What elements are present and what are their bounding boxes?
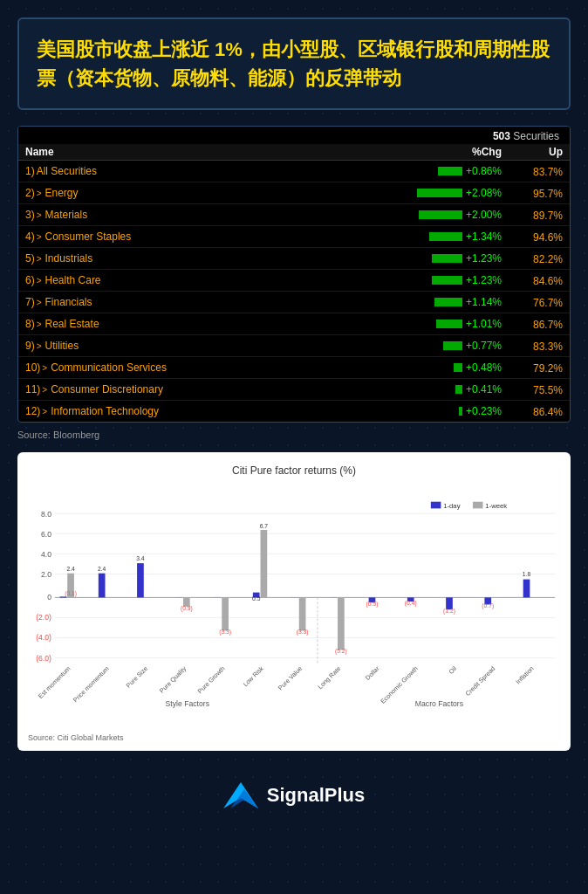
pct-value: +1.23% (466, 274, 502, 286)
up-value: 84.6% (502, 272, 563, 288)
svg-rect-54 (523, 580, 530, 598)
row-bar-pct: +1.14% (432, 296, 502, 308)
main-title: 美国股市收盘上涨近 1%，由小型股、区域银行股和周期性股票（资本货物、原物料、能… (37, 35, 551, 93)
svg-text:Long Rate: Long Rate (316, 664, 342, 691)
up-value: 86.7% (502, 316, 563, 332)
svg-text:6.7: 6.7 (260, 523, 269, 529)
securities-count: 503 (493, 130, 510, 142)
svg-text:(5.2): (5.2) (335, 648, 347, 655)
pct-value: +0.41% (466, 383, 502, 395)
title-box: 美国股市收盘上涨近 1%，由小型股、区域银行股和周期性股票（资本货物、原物料、能… (17, 17, 571, 110)
bar-indicator (417, 189, 462, 197)
row-name: 1) All Securities (25, 165, 432, 177)
svg-text:(2.0): (2.0) (36, 613, 51, 622)
securities-table: 503 Securities Name %Chg Up 1) All Secur… (17, 126, 571, 423)
row-bar-pct: +2.00% (432, 209, 502, 221)
svg-text:3.4: 3.4 (136, 555, 145, 561)
svg-rect-30 (222, 597, 229, 630)
row-bar-pct: +1.01% (432, 318, 502, 330)
table-row: 3) > Materials +2.00% 89.7% (18, 204, 570, 226)
up-value: 82.2% (502, 251, 563, 266)
svg-text:(4.0): (4.0) (36, 633, 51, 642)
svg-text:Est momentum: Est momentum (37, 664, 72, 700)
table-row: 6) > Health Care +1.23% 84.6% (18, 270, 570, 292)
pct-value: +1.14% (466, 296, 502, 308)
svg-text:8.0: 8.0 (41, 510, 51, 519)
svg-text:(3.3): (3.3) (219, 629, 231, 636)
table-row: 12) > Information Technology +0.23% 86.4… (18, 401, 570, 422)
row-name: 9) > Utilities (25, 340, 432, 352)
bar-indicator (432, 276, 462, 285)
pct-value: +0.23% (466, 405, 502, 417)
chart-section: Citi Pure factor returns (%) 8.0 6.0 4.0… (17, 452, 571, 751)
svg-text:Pure Value: Pure Value (277, 664, 304, 691)
svg-text:(0.7): (0.7) (482, 602, 494, 609)
up-value: 79.2% (502, 360, 563, 375)
chart-title: Citi Pure factor returns (%) (28, 464, 560, 477)
pct-value: +1.34% (466, 230, 502, 243)
svg-text:(1.2): (1.2) (443, 608, 455, 615)
table-header: 503 Securities (18, 127, 570, 144)
svg-text:0.5: 0.5 (252, 595, 261, 602)
pct-value: +1.23% (466, 252, 502, 265)
svg-rect-33 (261, 530, 268, 597)
up-value: 76.7% (502, 294, 563, 310)
svg-rect-73 (431, 502, 441, 509)
pct-value: +2.00% (466, 209, 502, 221)
row-name: 8) > Real Estate (25, 318, 432, 330)
bar-indicator (429, 232, 462, 241)
svg-text:(0.9): (0.9) (181, 605, 193, 612)
up-value: 94.6% (502, 229, 563, 244)
row-bar-pct: +1.23% (432, 252, 502, 265)
bar-indicator (454, 363, 462, 372)
bar-indicator (455, 385, 462, 394)
svg-text:2.4: 2.4 (98, 566, 106, 572)
svg-text:Style Factors: Style Factors (166, 699, 210, 708)
svg-text:(3.3): (3.3) (297, 629, 309, 636)
securities-label: Securities (510, 130, 559, 142)
row-name: 4) > Consumer Staples (25, 230, 432, 243)
up-value: 95.7% (502, 185, 563, 201)
up-value: 83.7% (502, 163, 563, 179)
up-value: 89.7% (502, 207, 563, 223)
table-body: 1) All Securities +0.86% 83.7% 2) > Ener… (18, 161, 570, 422)
pct-value: +0.48% (466, 361, 502, 374)
table-row: 7) > Financials +1.14% 76.7% (18, 292, 570, 313)
table-row: 8) > Real Estate +1.01% 86.7% (18, 313, 570, 335)
svg-text:Credit Spread: Credit Spread (464, 664, 497, 698)
table-source: Source: Bloomberg (17, 430, 571, 440)
col-pct-header: %Chg (432, 146, 502, 158)
row-bar-pct: +0.41% (432, 383, 502, 395)
svg-rect-16 (60, 596, 67, 597)
svg-text:Pure Size: Pure Size (125, 664, 149, 689)
table-row: 10) > Communication Services +0.48% 79.2… (18, 357, 570, 379)
pct-value: +2.08% (466, 187, 502, 199)
svg-text:2.0: 2.0 (41, 570, 51, 579)
svg-text:Macro Factors: Macro Factors (415, 699, 464, 708)
row-name: 11) > Consumer Discretionary (25, 383, 432, 395)
logo-text: SignalPlus (267, 784, 365, 807)
svg-text:(0.1): (0.1) (65, 590, 77, 597)
svg-text:Pure Quality: Pure Quality (158, 664, 188, 695)
pct-value: +1.01% (466, 318, 502, 330)
row-bar-pct: +0.23% (432, 405, 502, 417)
bar-indicator (432, 254, 462, 263)
bar-indicator (436, 320, 462, 328)
svg-rect-20 (99, 574, 106, 598)
chart-svg: 8.0 6.0 4.0 2.0 0 (2.0) (4.0) (6.0) (0.1… (28, 484, 560, 728)
svg-text:4.0: 4.0 (41, 550, 51, 559)
footer: SignalPlus (17, 768, 571, 817)
bar-indicator (419, 210, 462, 219)
svg-text:(0.4): (0.4) (405, 600, 417, 607)
signalplus-logo-icon (223, 782, 258, 808)
row-bar-pct: +0.77% (432, 340, 502, 352)
svg-text:Inflation: Inflation (514, 664, 535, 685)
row-bar-pct: +2.08% (432, 187, 502, 199)
svg-rect-40 (338, 597, 345, 650)
svg-text:1.8: 1.8 (523, 571, 531, 577)
svg-rect-37 (299, 597, 306, 630)
bar-indicator (459, 407, 462, 416)
pct-value: +0.77% (466, 340, 502, 352)
pct-value: +0.86% (466, 165, 502, 177)
row-name: 5) > Industrials (25, 252, 432, 265)
